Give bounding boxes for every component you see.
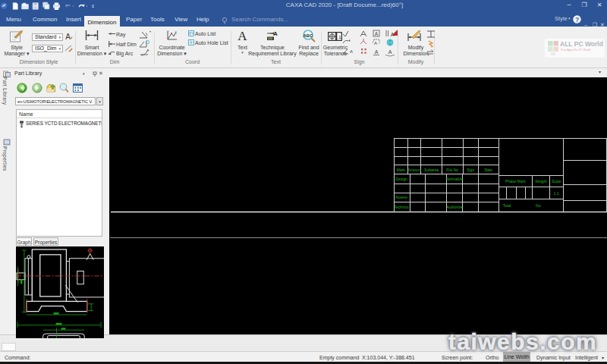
svg-text:A: A <box>273 30 278 37</box>
svg-text:File No: File No <box>446 168 458 172</box>
svg-text:Normalize: Normalize <box>446 177 464 181</box>
svg-text:Scale: Scale <box>552 179 561 184</box>
svg-text:XY: XY <box>189 31 194 36</box>
svg-text:X: X <box>175 31 177 35</box>
svg-text:A: A <box>375 49 379 55</box>
svg-text:Date: Date <box>484 168 492 172</box>
svg-text:Phase Mark: Phase Mark <box>505 179 526 184</box>
svg-text:A: A <box>350 49 353 54</box>
svg-text:A: A <box>388 49 392 55</box>
svg-text:ABC: ABC <box>304 33 314 38</box>
svg-text:A: A <box>374 41 377 46</box>
svg-text:Mark: Mark <box>397 168 406 172</box>
svg-text:Y: Y <box>167 30 169 34</box>
svg-text:Sign: Sign <box>467 168 474 172</box>
svg-text:Assess: Assess <box>395 195 408 199</box>
svg-text:Technics: Technics <box>394 205 409 209</box>
svg-text:Amount: Amount <box>408 168 422 172</box>
svg-text:Weight: Weight <box>535 179 547 184</box>
svg-text:A: A <box>375 31 379 36</box>
svg-text:1:1: 1:1 <box>554 191 559 196</box>
svg-text:Subarea: Subarea <box>424 168 439 172</box>
svg-text:Design: Design <box>395 177 407 181</box>
svg-text:No.: No. <box>536 203 542 208</box>
svg-text:Total: Total <box>503 203 511 208</box>
svg-text:?: ? <box>575 16 579 24</box>
svg-text:A: A <box>65 33 71 41</box>
svg-text:Authorize: Authorize <box>446 205 462 209</box>
